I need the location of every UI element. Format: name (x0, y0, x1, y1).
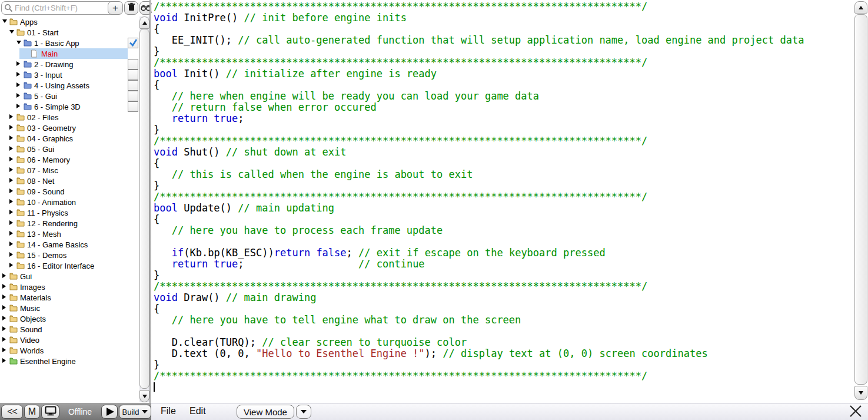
find-input[interactable] (1, 1, 121, 15)
tree-item-01-start[interactable]: 01 - Start (0, 27, 140, 38)
collapsed-arrow-icon[interactable] (9, 178, 13, 183)
tree-item-label: 15 - Demos (27, 251, 66, 260)
checkbox-unchecked[interactable] (128, 59, 138, 70)
collapsed-arrow-icon[interactable] (9, 220, 13, 225)
tree-item-14-game-basics[interactable]: 14 - Game Basics (0, 239, 140, 250)
tree-item-images[interactable]: Images (0, 282, 140, 292)
tree-item-video[interactable]: Video (0, 335, 140, 345)
tree-item-5-gui[interactable]: 5 - Gui (0, 91, 140, 101)
view-mode-dropdown-button[interactable] (296, 405, 311, 419)
build-dropdown-button[interactable]: Build (119, 405, 151, 419)
tree-item-07-misc[interactable]: 07 - Misc (0, 165, 140, 176)
folder-blue-icon (24, 81, 32, 91)
collapsed-arrow-icon[interactable] (9, 125, 13, 130)
collapsed-arrow-icon[interactable] (2, 295, 6, 299)
code-line: } (154, 359, 854, 371)
collapsed-arrow-icon[interactable] (9, 114, 13, 119)
collapsed-arrow-icon[interactable] (9, 146, 13, 151)
collapsed-arrow-icon[interactable] (16, 72, 20, 77)
tree-item-worlds[interactable]: Worlds (0, 345, 140, 356)
tree-scrollbar[interactable] (139, 16, 149, 402)
collapsed-arrow-icon[interactable] (9, 188, 13, 193)
menu-edit[interactable]: Edit (189, 406, 206, 416)
tree-item-esenthel-engine[interactable]: Esenthel Engine (0, 356, 140, 366)
tree-item-15-demos[interactable]: 15 - Demos (0, 250, 140, 260)
view-mode-button[interactable]: View Mode (237, 405, 294, 419)
code-editor[interactable]: /***************************************… (152, 0, 854, 403)
expanded-arrow-icon[interactable] (2, 19, 7, 23)
collapsed-arrow-icon[interactable] (16, 82, 20, 87)
scroll-down-icon[interactable] (139, 390, 149, 402)
monitor-button[interactable] (41, 405, 59, 419)
code-scrollbar-thumb[interactable] (854, 14, 867, 385)
checkbox-unchecked[interactable] (128, 70, 138, 80)
collapsed-arrow-icon[interactable] (2, 305, 6, 310)
collapsed-arrow-icon[interactable] (9, 252, 13, 257)
tree-item-05-gui[interactable]: 05 - Gui (0, 144, 140, 154)
collapsed-arrow-icon[interactable] (16, 61, 20, 66)
collapsed-arrow-icon[interactable] (2, 284, 6, 289)
tree-item-materials[interactable]: Materials (0, 292, 140, 303)
tree-item-04-graphics[interactable]: 04 - Graphics (0, 133, 140, 144)
tree-item-10-animation[interactable]: 10 - Animation (0, 197, 140, 207)
collapsed-arrow-icon[interactable] (2, 337, 6, 342)
tree-item-apps[interactable]: Apps (0, 16, 140, 27)
collapsed-arrow-icon[interactable] (9, 157, 13, 161)
tree-item-music[interactable]: Music (0, 303, 140, 313)
checkbox-unchecked[interactable] (128, 91, 138, 101)
tree-item-gui[interactable]: Gui (0, 271, 140, 282)
collapse-panel-button[interactable]: << (1, 405, 23, 419)
expanded-arrow-icon[interactable] (9, 30, 14, 34)
checkbox-checked[interactable] (128, 38, 138, 48)
close-button[interactable] (848, 405, 863, 419)
mode-button[interactable]: M (24, 405, 40, 419)
play-button[interactable] (101, 405, 118, 419)
checkbox-unchecked[interactable] (128, 101, 138, 112)
menu-file[interactable]: File (161, 406, 176, 416)
collapsed-arrow-icon[interactable] (2, 326, 6, 331)
tree-item-main[interactable]: Main (0, 48, 140, 59)
tree-item-1-basic-app[interactable]: 1 - Basic App (0, 38, 140, 48)
collapsed-arrow-icon[interactable] (9, 135, 13, 140)
collapsed-arrow-icon[interactable] (16, 104, 20, 108)
tree-item-4-using-assets[interactable]: 4 - Using Assets (0, 80, 140, 91)
checkbox-unchecked[interactable] (128, 80, 138, 91)
add-element-button[interactable]: + (108, 1, 123, 15)
tree-item-02-files[interactable]: 02 - Files (0, 112, 140, 123)
code-scrollbar[interactable] (854, 1, 867, 401)
collapsed-arrow-icon[interactable] (16, 93, 20, 98)
collapsed-arrow-icon[interactable] (9, 263, 13, 267)
tree-item-03-geometry[interactable]: 03 - Geometry (0, 123, 140, 133)
tree-item-09-sound[interactable]: 09 - Sound (0, 186, 140, 197)
tree-item-12-rendering[interactable]: 12 - Rendering (0, 218, 140, 229)
collapsed-arrow-icon[interactable] (9, 231, 13, 236)
panel-divider[interactable] (149, 0, 151, 403)
scroll-up-icon[interactable] (139, 16, 149, 29)
code-line: /***************************************… (154, 281, 854, 292)
scroll-up-icon[interactable] (854, 1, 867, 14)
collapsed-arrow-icon[interactable] (2, 358, 6, 363)
tree-item-06-memory[interactable]: 06 - Memory (0, 154, 140, 165)
tree-item-2-drawing[interactable]: 2 - Drawing (0, 59, 140, 70)
tree-item-16-editor-interface[interactable]: 16 - Editor Interface (0, 260, 140, 271)
code-line: // this is called when the engine is abo… (154, 169, 854, 180)
tree-item-13-mesh[interactable]: 13 - Mesh (0, 229, 140, 239)
expanded-arrow-icon[interactable] (16, 41, 21, 44)
tree-item-6-simple-3d[interactable]: 6 - Simple 3D (0, 101, 140, 112)
tree-item-3-input[interactable]: 3 - Input (0, 70, 140, 80)
tree-item-label: Materials (20, 293, 51, 302)
collapsed-arrow-icon[interactable] (2, 348, 6, 352)
tree-item-sound[interactable]: Sound (0, 324, 140, 335)
collapsed-arrow-icon[interactable] (2, 273, 6, 278)
collapsed-arrow-icon[interactable] (9, 167, 13, 172)
collapsed-arrow-icon[interactable] (9, 242, 13, 246)
tree-item-11-physics[interactable]: 11 - Physics (0, 207, 140, 218)
tree-item-objects[interactable]: Objects (0, 313, 140, 324)
tree-scrollbar-thumb[interactable] (139, 29, 149, 389)
collapsed-arrow-icon[interactable] (2, 316, 6, 320)
scroll-down-icon[interactable] (854, 386, 867, 400)
collapsed-arrow-icon[interactable] (9, 210, 13, 214)
tree-item-08-net[interactable]: 08 - Net (0, 176, 140, 186)
collapsed-arrow-icon[interactable] (9, 199, 13, 204)
delete-button[interactable] (124, 1, 138, 15)
